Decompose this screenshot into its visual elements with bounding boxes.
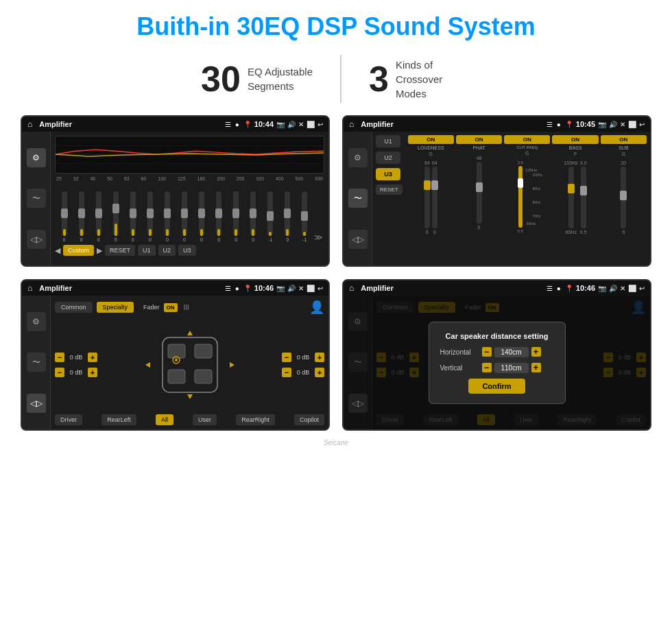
slider-col-2[interactable]: 0 xyxy=(73,191,89,242)
wave-icon-2[interactable]: 〜 xyxy=(348,189,368,208)
preset-u1[interactable]: U1 xyxy=(138,245,156,256)
preset-btn-u3[interactable]: U3 xyxy=(376,168,400,180)
slider-col-1[interactable]: 0 xyxy=(56,191,72,242)
confirm-button[interactable]: Confirm xyxy=(468,379,525,394)
status-icons: 📍 10:44 📷 🔊 ✕ ⬜ ↩ xyxy=(243,120,323,128)
rear-right-btn[interactable]: RearRight xyxy=(236,414,275,425)
dot-icon-2: ● xyxy=(557,121,561,128)
slider-col-11[interactable]: 0 xyxy=(228,191,244,242)
home-icon[interactable]: ⌂ xyxy=(27,119,32,129)
specialty-btn[interactable]: Specialty xyxy=(97,302,134,313)
slider-col-10[interactable]: 0 xyxy=(211,191,227,242)
dot-icon-4: ● xyxy=(557,285,561,292)
all-btn[interactable]: All xyxy=(156,414,173,425)
home-icon-4[interactable]: ⌂ xyxy=(349,283,354,293)
ch-sliders-bass[interactable]: 100Hz 60Hz 3.0 0.5 xyxy=(564,156,587,239)
slider-col-3[interactable]: 0 xyxy=(91,191,106,242)
rear-left-btn[interactable]: RearLeft xyxy=(101,414,136,425)
slider-col-7[interactable]: 0 xyxy=(159,191,175,242)
ch-label-bass: BASS xyxy=(569,145,582,150)
eq-icon-3[interactable]: ⚙ xyxy=(27,312,46,331)
volume-ctrl-icon-3[interactable]: ◁▷ xyxy=(27,394,46,413)
stat-eq-label: EQ AdjustableSegments xyxy=(248,64,313,93)
home-icon-2[interactable]: ⌂ xyxy=(349,119,354,129)
preset-reset[interactable]: RESET xyxy=(105,245,135,256)
bl-minus-btn[interactable]: − xyxy=(55,368,64,377)
tr-plus-btn[interactable]: + xyxy=(315,353,324,362)
dot-icon-3: ● xyxy=(235,285,239,292)
br-minus-btn[interactable]: − xyxy=(282,368,291,377)
slider-col-5[interactable]: 0 xyxy=(125,191,141,242)
location-icon: 📍 xyxy=(243,121,252,128)
ch-sliders-phat[interactable]: 48 0 xyxy=(477,152,482,234)
close-icon-2[interactable]: ✕ xyxy=(620,121,625,128)
screen-title-sp2: Amplifier xyxy=(361,284,542,292)
dialog-horizontal-row: Horizontal − 140cm + xyxy=(440,347,554,357)
channel-bass: ON BASS F 100Hz 60Hz 3.0 xyxy=(552,135,598,262)
home-icon-3[interactable]: ⌂ xyxy=(27,283,32,293)
close-icon-3[interactable]: ✕ xyxy=(298,285,304,292)
slider-col-14[interactable]: 0 xyxy=(280,191,296,242)
eq-icon-2[interactable]: ⚙ xyxy=(348,148,368,167)
horizontal-plus-btn[interactable]: + xyxy=(531,347,541,357)
slider-col-4[interactable]: 5 xyxy=(108,191,123,242)
preset-u2[interactable]: U2 xyxy=(158,245,176,256)
slider-col-12[interactable]: 0 xyxy=(245,191,261,242)
driver-btn[interactable]: Driver xyxy=(55,414,82,425)
br-db-val: 0 dB xyxy=(293,369,313,376)
svg-rect-8 xyxy=(195,370,212,383)
wave-icon[interactable]: 〜 xyxy=(27,189,46,208)
back-icon-2[interactable]: ↩ xyxy=(639,121,645,128)
user-btn[interactable]: User xyxy=(193,414,217,425)
ch-sliders-cutfreq[interactable]: 3.8 0.5 125Hz 100Hz90Hz80Hz70Hz 60Hz xyxy=(517,156,537,238)
common-btn[interactable]: Common xyxy=(55,302,93,313)
bl-plus-btn[interactable]: + xyxy=(88,368,97,377)
dot-icon: ● xyxy=(235,121,239,128)
stat-crossover: 3 Kinds ofCrossover Modes xyxy=(341,58,499,101)
close-icon[interactable]: ✕ xyxy=(298,121,304,128)
volume-ctrl-icon-2[interactable]: ◁▷ xyxy=(348,230,368,249)
vertical-minus-btn[interactable]: − xyxy=(482,363,492,372)
slider-col-15[interactable]: -1 xyxy=(297,191,313,242)
spec-right-controls: − 0 dB + − 0 dB + xyxy=(282,353,324,377)
tl-minus-btn[interactable]: − xyxy=(55,353,64,362)
horizontal-minus-btn[interactable]: − xyxy=(482,347,492,357)
next-icon[interactable]: ▶ xyxy=(97,246,102,255)
back-icon[interactable]: ↩ xyxy=(317,121,323,128)
slider-col-6[interactable]: 0 xyxy=(142,191,158,242)
ch-sliders-loudness[interactable]: 64 0 64 0 xyxy=(424,156,437,239)
back-icon-3[interactable]: ↩ xyxy=(317,285,323,292)
crossover-content: U1 U2 U3 RESET ON LOUDNESS G 64 xyxy=(372,132,650,265)
eq-sliders[interactable]: 0 0 0 5 0 xyxy=(55,184,324,242)
eq-icon[interactable]: ⚙ xyxy=(27,148,46,167)
screen-specialty1: ⌂ Amplifier ☰ ● 📍 10:46 📷 🔊 ✕ ⬜ ↩ ⚙ 〜 ◁▷ xyxy=(21,279,330,431)
preset-custom[interactable]: Custom xyxy=(63,245,94,256)
tr-minus-btn[interactable]: − xyxy=(282,353,291,362)
slider-col-13[interactable]: -1 xyxy=(263,191,278,242)
tl-db-val: 0 dB xyxy=(67,354,86,361)
watermark: Seicane xyxy=(0,439,672,446)
vertical-plus-btn[interactable]: + xyxy=(531,363,541,372)
preset-btn-u2[interactable]: U2 xyxy=(376,152,400,164)
horizontal-val: 140cm xyxy=(494,347,529,357)
reset-btn[interactable]: RESET xyxy=(376,184,403,195)
horizontal-input[interactable]: − 140cm + xyxy=(482,347,541,357)
slider-col-9[interactable]: 0 xyxy=(194,191,210,242)
back-icon-4[interactable]: ↩ xyxy=(639,285,645,292)
copilot-btn[interactable]: Copilot xyxy=(294,414,324,425)
br-plus-btn[interactable]: + xyxy=(315,368,324,377)
ch-header-cutfreq: ON xyxy=(504,135,550,144)
preset-btn-u1[interactable]: U1 xyxy=(376,135,400,147)
status-bar-sp1: ⌂ Amplifier ☰ ● 📍 10:46 📷 🔊 ✕ ⬜ ↩ xyxy=(22,281,328,296)
tr-db-control: − 0 dB + xyxy=(282,353,324,362)
spec-left-controls: − 0 dB + − 0 dB + xyxy=(55,353,97,377)
preset-u3[interactable]: U3 xyxy=(178,245,196,256)
tl-plus-btn[interactable]: + xyxy=(88,353,97,362)
ch-sliders-sub[interactable]: 20 5 xyxy=(621,156,626,239)
prev-icon[interactable]: ◀ xyxy=(55,246,60,255)
close-icon-4[interactable]: ✕ xyxy=(620,285,625,292)
volume-ctrl-icon[interactable]: ◁▷ xyxy=(27,230,46,249)
wave-icon-3[interactable]: 〜 xyxy=(27,353,46,372)
vertical-input[interactable]: − 110cm + xyxy=(482,363,541,373)
slider-col-8[interactable]: 0 xyxy=(176,191,192,242)
